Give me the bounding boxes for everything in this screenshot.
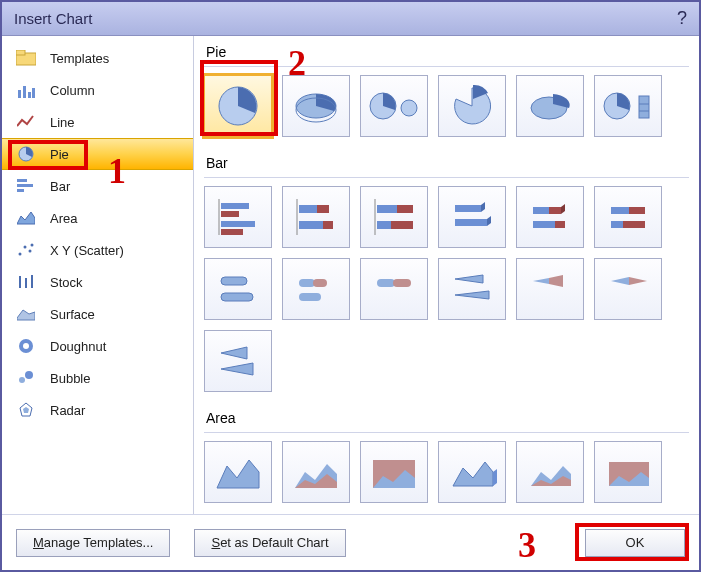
section-header: Area: [204, 406, 689, 433]
set-default-button[interactable]: Set as Default Chart: [194, 529, 345, 557]
svg-rect-49: [391, 221, 413, 229]
category-pie[interactable]: Pie: [2, 138, 193, 170]
category-bar[interactable]: Bar: [2, 170, 193, 202]
svg-marker-53: [487, 216, 491, 226]
svg-marker-10: [17, 212, 35, 224]
svg-marker-70: [455, 275, 483, 283]
thumb-area-100[interactable]: [360, 441, 428, 503]
svg-rect-39: [221, 229, 243, 235]
thumb-pie[interactable]: [204, 75, 272, 137]
thumb-bar-stacked[interactable]: [282, 186, 350, 248]
column-icon: [16, 80, 36, 100]
line-icon: [16, 112, 36, 132]
thumb-area-3d[interactable]: [438, 441, 506, 503]
category-label: Bubble: [50, 371, 90, 386]
svg-rect-7: [17, 179, 27, 182]
thumb-area-stacked[interactable]: [282, 441, 350, 503]
svg-rect-58: [555, 221, 565, 228]
thumb-pie-exploded[interactable]: [438, 75, 506, 137]
category-label: Surface: [50, 307, 95, 322]
svg-marker-76: [221, 347, 247, 359]
svg-rect-61: [611, 221, 623, 228]
svg-rect-32: [639, 96, 649, 118]
category-radar[interactable]: Radar: [2, 394, 193, 426]
thumb-bar-cyl-stacked[interactable]: [282, 258, 350, 320]
thumb-bar-cyl-clustered[interactable]: [204, 258, 272, 320]
thumb-bar-100[interactable]: [360, 186, 428, 248]
svg-marker-73: [549, 275, 563, 287]
category-label: Doughnut: [50, 339, 106, 354]
svg-rect-37: [221, 211, 239, 217]
svg-rect-62: [623, 221, 645, 228]
category-templates[interactable]: Templates: [2, 42, 193, 74]
manage-templates-button[interactable]: Manage Templates...: [16, 529, 170, 557]
svg-rect-68: [377, 279, 395, 287]
thumb-pie-exploded-3d[interactable]: [516, 75, 584, 137]
svg-rect-38: [221, 221, 255, 227]
section-bar: Bar: [194, 147, 699, 402]
svg-rect-48: [377, 221, 391, 229]
thumb-area-3d-100[interactable]: [594, 441, 662, 503]
category-doughnut[interactable]: Doughnut: [2, 330, 193, 362]
thumb-bar-cone-100[interactable]: [594, 258, 662, 320]
category-list: Templates Column Line Pie Bar: [2, 36, 194, 514]
thumb-bar-cone-stacked[interactable]: [516, 258, 584, 320]
thumb-area-3d-stacked[interactable]: [516, 441, 584, 503]
category-label: Templates: [50, 51, 109, 66]
svg-rect-57: [533, 221, 555, 228]
category-surface[interactable]: Surface: [2, 298, 193, 330]
category-column[interactable]: Column: [2, 74, 193, 106]
thumb-bar-pyr-clustered[interactable]: [204, 330, 272, 392]
svg-point-13: [29, 250, 32, 253]
category-area[interactable]: Area: [2, 202, 193, 234]
svg-marker-71: [455, 291, 489, 299]
svg-rect-9: [17, 189, 24, 192]
thumb-pie-3d[interactable]: [282, 75, 350, 137]
svg-rect-52: [455, 219, 487, 226]
svg-marker-77: [221, 363, 253, 375]
help-button[interactable]: ?: [677, 8, 687, 29]
category-line[interactable]: Line: [2, 106, 193, 138]
svg-rect-67: [299, 293, 321, 301]
thumb-bar-cyl-100[interactable]: [360, 258, 428, 320]
thumb-bar-cone-clustered[interactable]: [438, 258, 506, 320]
bubble-icon: [16, 368, 36, 388]
ok-button[interactable]: OK: [585, 529, 685, 557]
thumb-bar-of-pie[interactable]: [594, 75, 662, 137]
svg-rect-50: [455, 205, 481, 212]
svg-rect-63: [221, 277, 247, 285]
svg-rect-42: [317, 205, 329, 213]
category-label: Radar: [50, 403, 85, 418]
bar-icon: [16, 176, 36, 196]
radar-icon: [16, 400, 36, 420]
svg-rect-44: [323, 221, 333, 229]
svg-marker-56: [561, 204, 565, 214]
category-label: Pie: [50, 147, 69, 162]
category-scatter[interactable]: X Y (Scatter): [2, 234, 193, 266]
thumb-bar-3d-stacked[interactable]: [516, 186, 584, 248]
area-icon: [16, 208, 36, 228]
main: Templates Column Line Pie Bar: [2, 36, 699, 514]
svg-rect-4: [28, 92, 31, 98]
thumb-bar-3d-clustered[interactable]: [438, 186, 506, 248]
scatter-icon: [16, 240, 36, 260]
svg-rect-55: [549, 207, 561, 214]
category-bubble[interactable]: Bubble: [2, 362, 193, 394]
category-stock[interactable]: Stock: [2, 266, 193, 298]
thumb-area[interactable]: [204, 441, 272, 503]
svg-point-14: [31, 244, 34, 247]
category-label: Bar: [50, 179, 70, 194]
section-header: Bar: [204, 151, 689, 178]
svg-rect-65: [299, 279, 315, 287]
svg-marker-78: [217, 460, 259, 488]
svg-rect-43: [299, 221, 323, 229]
thumb-bar-3d-100[interactable]: [594, 186, 662, 248]
svg-rect-64: [221, 293, 253, 301]
chart-gallery: Pie: [194, 36, 699, 514]
svg-rect-3: [23, 86, 26, 98]
svg-rect-60: [629, 207, 645, 214]
thumb-bar-clustered[interactable]: [204, 186, 272, 248]
svg-marker-84: [493, 469, 497, 486]
svg-marker-72: [533, 278, 549, 284]
thumb-pie-of-pie[interactable]: [360, 75, 428, 137]
